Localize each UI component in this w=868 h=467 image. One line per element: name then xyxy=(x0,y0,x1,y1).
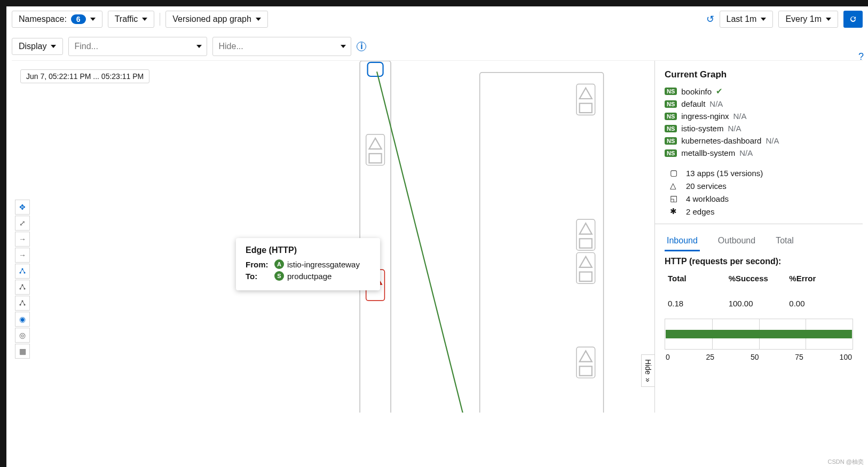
namespace-status: N/A xyxy=(733,112,747,121)
traffic-selector[interactable]: Traffic xyxy=(108,11,155,28)
ns-badge-icon: NS xyxy=(665,113,677,120)
legend1-tool[interactable]: ◉ xyxy=(15,312,30,327)
refresh-button[interactable] xyxy=(843,11,863,28)
layout2-tool[interactable] xyxy=(15,280,30,295)
http-table: Total %Success %Error 0.18 100.00 0.00 xyxy=(665,274,853,308)
left-nav-strip xyxy=(0,6,6,413)
namespace-row[interactable]: NSbookinfo✔ xyxy=(665,86,853,96)
hide-label: Hide xyxy=(644,359,652,375)
chevron-down-icon xyxy=(142,18,147,21)
http-section-title: HTTP (requests per second): xyxy=(665,257,853,266)
display-selector[interactable]: Display xyxy=(12,38,63,55)
chevron-down-icon xyxy=(90,18,96,21)
chevron-down-icon xyxy=(826,18,831,21)
namespace-status: N/A xyxy=(739,148,753,157)
chevron-down-icon xyxy=(256,18,261,21)
namespace-name: ingress-nginx xyxy=(681,112,729,121)
namespace-status: N/A xyxy=(709,99,723,108)
tab-inbound[interactable]: Inbound xyxy=(665,232,700,251)
namespace-name: metallb-system xyxy=(681,148,735,157)
tooltip-to-value: productpage xyxy=(287,272,332,281)
refresh-icon xyxy=(849,15,857,23)
toolbar-divider xyxy=(160,13,160,26)
namespace-row[interactable]: NSistio-systemN/A xyxy=(665,124,853,133)
namespace-row[interactable]: NSmetallb-systemN/A xyxy=(665,148,853,157)
map-tool[interactable]: ▦ xyxy=(15,344,30,359)
tooltip-from-label: From: xyxy=(246,260,271,269)
window-titlebar xyxy=(0,0,868,6)
fit-tool[interactable]: ⤢ xyxy=(15,216,30,231)
chevron-down-icon xyxy=(51,45,56,48)
check-icon: ✔ xyxy=(716,86,723,96)
ns-badge-icon: NS xyxy=(665,137,677,145)
traffic-tabs: Inbound Outbound Total xyxy=(665,232,853,251)
duration-label: Last 1m xyxy=(727,14,757,24)
graph-timestamp: Jun 7, 05:22:11 PM ... 05:23:11 PM xyxy=(20,69,149,83)
hide-input[interactable] xyxy=(212,37,351,56)
main-content: Namespace: 6 Traffic Versioned app graph… xyxy=(6,6,868,413)
edges-icon: ✱ xyxy=(670,207,680,216)
layout-right2-tool[interactable]: → xyxy=(15,248,30,263)
find-input[interactable] xyxy=(68,37,207,56)
namespace-row[interactable]: NSingress-nginxN/A xyxy=(665,112,853,121)
drag-tool[interactable]: ✥ xyxy=(15,200,30,215)
traffic-label: Traffic xyxy=(115,14,138,24)
apps-icon: ▢ xyxy=(670,168,680,178)
namespace-status: N/A xyxy=(728,124,741,133)
layout1-tool[interactable] xyxy=(15,264,30,279)
secondary-toolbar: Display i xyxy=(6,33,868,60)
history-icon[interactable]: ↺ xyxy=(706,13,714,25)
tab-total[interactable]: Total xyxy=(774,232,796,251)
duration-selector[interactable]: Last 1m xyxy=(720,11,774,28)
namespace-selector[interactable]: Namespace: 6 xyxy=(12,11,102,28)
svg-rect-11 xyxy=(368,62,383,76)
tooltip-to-label: To: xyxy=(246,272,271,281)
graph-type-selector[interactable]: Versioned app graph xyxy=(165,11,268,28)
primary-toolbar: Namespace: 6 Traffic Versioned app graph… xyxy=(6,6,868,33)
panel-title: Current Graph xyxy=(665,69,853,80)
tooltip-from-value: istio-ingressgateway xyxy=(287,260,360,269)
ns-badge-icon: NS xyxy=(665,100,677,108)
ns-badge-icon: NS xyxy=(665,88,677,95)
app-badge-icon: A xyxy=(274,259,284,269)
workloads-icon: ◱ xyxy=(670,194,680,203)
layout-right-tool[interactable]: → xyxy=(15,232,30,247)
namespace-row[interactable]: NSdefaultN/A xyxy=(665,99,853,108)
display-label: Display xyxy=(19,42,46,51)
edge-tooltip: Edge (HTTP) From: A istio-ingressgateway… xyxy=(236,238,380,290)
col-success: %Success xyxy=(729,274,790,294)
graph-tools: ✥ ⤢ → → ◉ ◎ ▦ xyxy=(15,200,30,359)
services-icon: △ xyxy=(670,181,680,191)
summary-panel: Current Graph NSbookinfo✔ NSdefaultN/A N… xyxy=(654,61,863,413)
graph-type-label: Versioned app graph xyxy=(172,14,251,24)
tab-outbound[interactable]: Outbound xyxy=(716,232,757,251)
cell-error: 0.00 xyxy=(789,299,850,308)
namespace-count-badge: 6 xyxy=(71,14,86,24)
hide-panel-toggle[interactable]: Hide » xyxy=(641,354,654,387)
ns-badge-icon: NS xyxy=(665,149,677,157)
tooltip-title: Edge (HTTP) xyxy=(246,246,370,255)
svg-line-40 xyxy=(377,72,497,413)
refresh-interval-selector[interactable]: Every 1m xyxy=(778,11,838,28)
graph-canvas[interactable]: Jun 7, 05:22:11 PM ... 05:23:11 PM ✥ ⤢ →… xyxy=(12,60,863,413)
bar-fill xyxy=(666,330,852,338)
stat-edges: ✱2 edges xyxy=(670,207,853,216)
ns-badge-icon: NS xyxy=(665,125,677,132)
refresh-interval-label: Every 1m xyxy=(785,14,822,24)
legend2-tool[interactable]: ◎ xyxy=(15,328,30,343)
namespace-label: Namespace: xyxy=(19,14,67,24)
namespace-name: istio-system xyxy=(681,124,723,133)
col-error: %Error xyxy=(789,274,850,294)
chart-axis: 0 25 50 75 100 xyxy=(665,353,853,361)
chevron-down-icon xyxy=(761,18,766,21)
info-icon[interactable]: i xyxy=(357,42,366,51)
http-bar-chart xyxy=(665,319,853,350)
stat-services: △20 services xyxy=(670,181,853,191)
namespace-status: N/A xyxy=(766,136,779,145)
namespace-name: bookinfo xyxy=(681,87,712,96)
cell-success: 100.00 xyxy=(729,299,790,308)
namespace-name: default xyxy=(681,99,705,108)
stat-apps: ▢13 apps (15 versions) xyxy=(670,168,853,178)
layout3-tool[interactable] xyxy=(15,296,30,311)
namespace-row[interactable]: NSkubernetes-dashboardN/A xyxy=(665,136,853,145)
